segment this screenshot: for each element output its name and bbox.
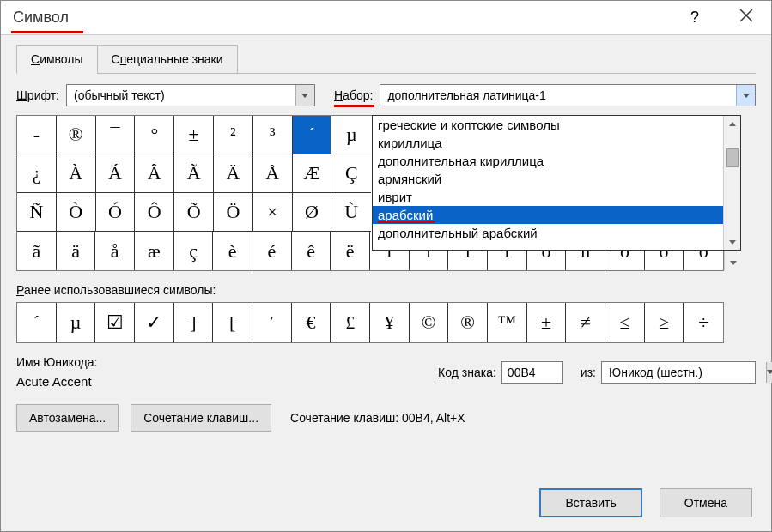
recent-cell[interactable]: ± <box>527 303 567 342</box>
char-cell[interactable]: Å <box>253 154 293 193</box>
char-cell[interactable]: Á <box>96 154 136 193</box>
subset-option[interactable]: иврит <box>373 188 723 206</box>
recent-cell[interactable]: µ <box>57 303 96 342</box>
char-cell[interactable]: Æ <box>293 154 332 193</box>
char-cell[interactable]: è <box>213 232 252 270</box>
chevron-down-icon <box>301 94 308 98</box>
unicode-name-value: Acute Accent <box>16 374 433 389</box>
close-button[interactable] <box>733 9 759 27</box>
recent-cell[interactable]: ´ <box>17 303 57 342</box>
autocorrect-button[interactable]: Автозамена... <box>16 404 119 432</box>
annotation-underline <box>378 221 435 223</box>
chevron-down-icon <box>743 94 750 98</box>
char-cell[interactable]: Ç <box>331 154 371 193</box>
char-cell[interactable]: Ó <box>96 193 136 232</box>
recent-cell[interactable]: ™ <box>488 303 527 342</box>
recent-cell[interactable]: ¥ <box>370 303 410 342</box>
subset-option[interactable]: арабский <box>373 206 723 224</box>
char-cell[interactable]: Ø <box>293 193 332 232</box>
subset-option[interactable]: греческие и коптские символы <box>373 116 723 134</box>
recent-cell[interactable]: ≤ <box>605 303 645 342</box>
char-cell[interactable]: ç <box>174 232 214 270</box>
from-dropdown-button[interactable] <box>766 362 772 383</box>
char-cell[interactable]: ê <box>292 232 331 270</box>
tab-special[interactable]: Специальные знаки <box>97 45 238 74</box>
tab-bar: Символы Специальные знаки <box>16 45 756 74</box>
char-cell[interactable]: Ä <box>214 154 253 193</box>
shortcut-display: Сочетание клавиш: 00B4, Alt+X <box>290 411 465 425</box>
scrollbar-thumb[interactable] <box>726 148 739 167</box>
font-combo[interactable] <box>66 84 315 106</box>
char-cell[interactable]: ´ <box>293 116 332 154</box>
recent-cell[interactable]: © <box>410 303 449 342</box>
char-cell[interactable]: ä <box>57 232 96 270</box>
char-cell[interactable]: - <box>17 116 57 154</box>
recent-cell[interactable]: ✓ <box>135 303 174 342</box>
char-cell[interactable]: ® <box>57 116 96 154</box>
from-input[interactable] <box>602 366 766 379</box>
titlebar: Символ ? <box>1 1 771 35</box>
subset-option[interactable]: дополнительный арабский <box>373 224 723 242</box>
char-cell[interactable]: ¿ <box>17 154 57 193</box>
char-cell[interactable]: Â <box>135 154 174 193</box>
recent-cell[interactable]: ÷ <box>684 303 723 342</box>
unicode-name-label: Имя Юникода: <box>16 355 433 369</box>
recent-cell[interactable]: ′ <box>252 303 292 342</box>
shortcut-button[interactable]: Сочетание клавиш... <box>131 404 271 432</box>
recent-cell[interactable]: ☑ <box>95 303 135 342</box>
subset-dropdown-list: греческие и коптские символыкириллицадоп… <box>372 115 741 251</box>
char-cell[interactable]: ° <box>135 116 174 154</box>
help-button[interactable]: ? <box>682 9 708 27</box>
recent-cell[interactable]: € <box>292 303 331 342</box>
char-cell[interactable]: Ò <box>57 193 96 232</box>
subset-label: Набор: <box>334 88 373 102</box>
char-cell[interactable]: À <box>57 154 96 193</box>
char-cell[interactable]: Õ <box>174 193 214 232</box>
scroll-up-icon <box>729 122 736 126</box>
subset-input[interactable] <box>380 88 736 102</box>
font-dropdown-button[interactable] <box>295 85 314 106</box>
font-input[interactable] <box>67 88 295 102</box>
recent-cell[interactable]: [ <box>213 303 252 342</box>
font-label: Шрифт: <box>16 88 59 102</box>
recent-label: Ранее использовавшиеся символы: <box>16 283 216 297</box>
char-cell[interactable]: ¯ <box>96 116 136 154</box>
char-cell[interactable]: æ <box>135 232 174 270</box>
tab-symbols[interactable]: Символы <box>16 45 98 74</box>
char-cell[interactable]: Ñ <box>17 193 57 232</box>
char-cell[interactable]: Ã <box>174 154 214 193</box>
char-cell[interactable]: ã <box>17 232 57 270</box>
subset-combo[interactable] <box>380 84 756 106</box>
code-label: Код знака: <box>438 366 496 379</box>
recent-cell[interactable]: ≠ <box>566 303 605 342</box>
scroll-down-icon <box>730 261 737 265</box>
char-cell[interactable]: µ <box>331 116 371 154</box>
char-cell[interactable]: ë <box>331 232 370 270</box>
recent-cell[interactable]: ] <box>174 303 214 342</box>
char-cell[interactable]: ± <box>174 116 214 154</box>
subset-dropdown-button[interactable] <box>736 85 755 106</box>
subset-option[interactable]: кириллица <box>373 134 723 152</box>
char-cell[interactable]: Ô <box>135 193 174 232</box>
char-cell[interactable]: å <box>95 232 135 270</box>
scroll-down-icon <box>729 240 736 245</box>
annotation-underline <box>11 31 83 33</box>
recent-cell[interactable]: £ <box>331 303 370 342</box>
char-cell[interactable]: é <box>252 232 292 270</box>
dialog-title: Символ <box>13 9 69 26</box>
subset-option[interactable]: дополнительная кириллица <box>373 152 723 170</box>
dropdown-scrollbar[interactable] <box>723 116 740 250</box>
code-input[interactable] <box>501 361 563 384</box>
char-cell[interactable]: Ö <box>214 193 253 232</box>
char-cell[interactable]: × <box>253 193 293 232</box>
chevron-down-icon <box>767 370 772 374</box>
cancel-button[interactable]: Отмена <box>660 488 752 517</box>
recent-cell[interactable]: ® <box>448 303 488 342</box>
recent-cell[interactable]: ≥ <box>645 303 684 342</box>
subset-option[interactable]: армянский <box>373 170 723 188</box>
char-cell[interactable]: ³ <box>253 116 293 154</box>
char-cell[interactable]: Ù <box>331 193 371 232</box>
insert-button[interactable]: Вставить <box>539 488 641 517</box>
char-cell[interactable]: ² <box>214 116 253 154</box>
from-combo[interactable] <box>601 361 756 384</box>
